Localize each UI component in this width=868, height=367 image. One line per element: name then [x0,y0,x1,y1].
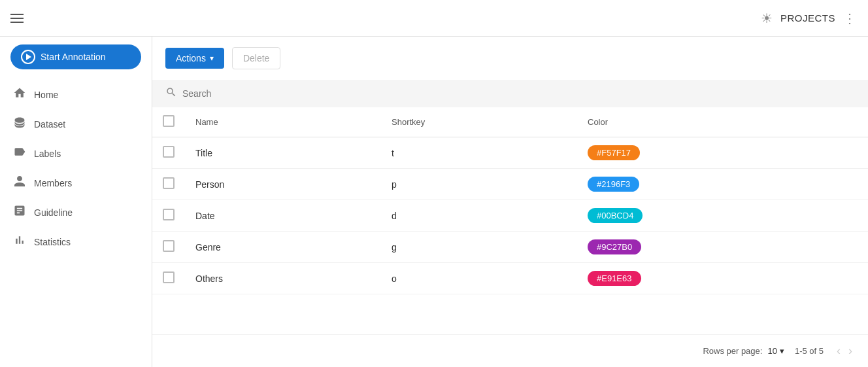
pagination-nav: ‹ › [834,341,855,360]
row-shortkey-3: g [381,232,577,263]
row-checkbox-1[interactable] [163,177,175,189]
color-badge-3[interactable]: #9C27B0 [588,239,641,254]
row-checkbox-3[interactable] [163,240,175,252]
sidebar-item-statistics-label: Statistics [34,237,71,247]
rows-per-page-label: Rows per page: [703,346,762,356]
sidebar: Start Annotation Home Dataset Labels Mem [0,37,152,367]
sidebar-item-guideline[interactable]: Guideline [0,198,152,227]
sidebar-item-home-label: Home [34,90,58,100]
theme-icon[interactable]: ☀ [761,10,773,26]
sidebar-item-dataset-label: Dataset [34,119,65,130]
row-shortkey-1: p [381,169,577,200]
row-name-1: Person [185,169,381,200]
row-checkbox-4[interactable] [163,271,175,283]
col-header-name: Name [185,107,381,137]
col-header-shortkey: Shortkey [381,107,577,137]
row-color-4: #E91E63 [577,263,868,294]
toolbar: Actions ▾ Delete [152,37,868,80]
sidebar-item-guideline-label: Guideline [34,207,73,218]
color-badge-1[interactable]: #2196F3 [588,177,639,192]
topbar-right: ☀ PROJECTS ⋮ [761,10,858,26]
row-name-0: Title [185,137,381,169]
sidebar-item-home[interactable]: Home [0,80,152,109]
row-shortkey-0: t [381,137,577,169]
sidebar-item-statistics[interactable]: Statistics [0,227,152,256]
statistics-icon [13,234,26,250]
search-input[interactable] [182,88,855,99]
topbar: ☀ PROJECTS ⋮ [0,0,868,37]
search-bar [152,80,868,107]
select-all-checkbox[interactable] [163,115,175,127]
rows-per-page-value: 10 [767,346,776,356]
col-header-color: Color [577,107,868,137]
row-checkbox-2[interactable] [163,209,175,220]
table-footer: Rows per page: 10 ▾ 1-5 of 5 ‹ › [152,334,868,367]
actions-label: Actions [176,53,206,63]
row-name-2: Date [185,200,381,232]
guideline-icon [13,204,26,220]
color-badge-0[interactable]: #F57F17 [588,145,640,160]
row-color-0: #F57F17 [577,137,868,169]
delete-button[interactable]: Delete [232,47,280,69]
table-row: Others o #E91E63 [152,263,868,294]
row-checkbox-0[interactable] [163,146,175,158]
dataset-icon [13,116,26,132]
search-icon [165,86,177,101]
prev-page-button[interactable]: ‹ [834,341,843,360]
actions-chevron-icon: ▾ [210,54,214,63]
sidebar-item-labels-label: Labels [34,149,61,159]
topbar-left [10,14,24,23]
labels-table: Name Shortkey Color Title t #F57F17 Pers… [152,107,868,334]
row-shortkey-2: d [381,200,577,232]
home-icon [13,86,26,103]
sidebar-item-labels[interactable]: Labels [0,139,152,168]
row-color-2: #00BCD4 [577,200,868,232]
menu-icon[interactable] [10,14,24,23]
rows-per-page-select[interactable]: 10 ▾ [767,346,784,356]
table-row: Title t #F57F17 [152,137,868,169]
sidebar-item-members[interactable]: Members [0,168,152,198]
actions-button[interactable]: Actions ▾ [165,48,224,69]
row-color-1: #2196F3 [577,169,868,200]
rows-per-page-chevron-icon: ▾ [780,346,784,356]
start-annotation-button[interactable]: Start Annotation [10,44,141,69]
next-page-button[interactable]: › [846,341,855,360]
content-area: Actions ▾ Delete Name Sho [152,37,868,367]
row-shortkey-4: o [381,263,577,294]
color-badge-2[interactable]: #00BCD4 [588,208,643,223]
start-annotation-label: Start Annotation [41,52,106,62]
sidebar-item-dataset[interactable]: Dataset [0,109,152,139]
table-row: Person p #2196F3 [152,169,868,200]
rows-per-page: Rows per page: 10 ▾ [703,346,784,356]
members-icon [13,175,26,191]
color-badge-4[interactable]: #E91E63 [588,271,641,286]
projects-label: PROJECTS [780,12,835,24]
row-color-3: #9C27B0 [577,232,868,263]
table-row: Date d #00BCD4 [152,200,868,232]
sidebar-item-members-label: Members [34,178,72,188]
labels-icon [13,145,26,162]
play-icon [21,50,35,64]
row-name-3: Genre [185,232,381,263]
pagination-info: 1-5 of 5 [795,346,824,356]
table-row: Genre g #9C27B0 [152,232,868,263]
main-layout: Start Annotation Home Dataset Labels Mem [0,37,868,367]
more-options-icon[interactable]: ⋮ [843,10,858,26]
row-name-4: Others [185,263,381,294]
